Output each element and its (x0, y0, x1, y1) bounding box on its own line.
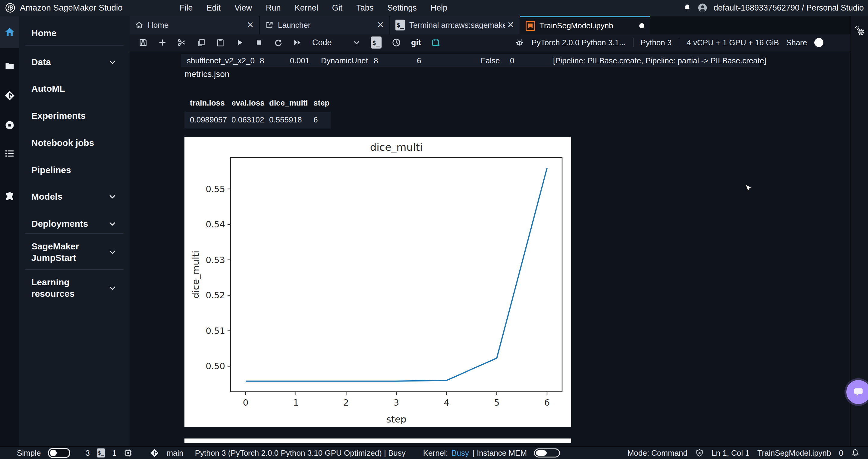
sidebar-item-deployments[interactable]: Deployments (19, 216, 130, 232)
svg-text:3: 3 (394, 398, 399, 408)
metric-line-chart: 01234560.500.510.520.530.540.55dice_mult… (184, 137, 571, 427)
restart-run-all-icon[interactable] (293, 38, 302, 47)
table-cell-dice-multi: 0.555918 (269, 115, 302, 124)
app-title: Amazon SageMaker Studio (20, 3, 123, 13)
sidebar-item-home[interactable]: Home (19, 25, 130, 41)
menu-kernel[interactable]: Kernel (295, 3, 318, 13)
menu-run[interactable]: Run (266, 3, 281, 13)
extensions-puzzle-icon[interactable] (4, 191, 15, 201)
add-cell-icon[interactable] (158, 38, 167, 47)
open-terminal-button[interactable]: $_ (371, 36, 381, 49)
sidebar-divider (25, 45, 124, 46)
table-of-contents-icon[interactable] (4, 148, 15, 159)
kernel-busy-indicator (814, 38, 824, 47)
table-cell-train-loss: 0.0989057 (190, 115, 227, 124)
instance-type-selector[interactable]: 4 vCPU + 1 GPU + 16 GiB (687, 38, 779, 47)
home-icon[interactable] (4, 27, 15, 37)
menu-file[interactable]: File (180, 3, 193, 13)
terminal-icon: $_ (396, 20, 405, 30)
running-instances-icon[interactable] (4, 120, 15, 130)
feedback-chat-button[interactable] (846, 380, 868, 404)
notification-count[interactable]: 0 (839, 449, 843, 458)
menu-git[interactable]: Git (332, 3, 343, 13)
share-button[interactable]: Share (786, 38, 807, 47)
menu-tabs[interactable]: Tabs (356, 3, 373, 13)
chevron-down-icon (108, 284, 116, 292)
settings-gears-icon[interactable] (855, 25, 865, 36)
sidebar-item-learning-resources[interactable]: Learning resources (19, 276, 130, 300)
bell-icon[interactable] (851, 449, 860, 458)
sidebar-item-models[interactable]: Models (19, 189, 130, 204)
menu-view[interactable]: View (235, 3, 252, 13)
menu-edit[interactable]: Edit (207, 3, 221, 13)
restart-kernel-icon[interactable] (274, 38, 283, 47)
tab-launcher[interactable]: Launcher ✕ (260, 16, 390, 34)
tab-home[interactable]: Home ✕ (130, 16, 259, 34)
git-toolbar-button[interactable]: git (411, 38, 421, 47)
tab-trainsegmodel-notebook[interactable]: TrainSegModel.ipynb (520, 16, 650, 34)
stop-kernel-icon[interactable] (254, 38, 264, 47)
cut-icon[interactable] (177, 38, 186, 47)
kernel-chip-icon[interactable] (124, 449, 133, 458)
svg-text:2: 2 (343, 398, 349, 408)
run-cell-icon[interactable] (235, 38, 244, 47)
terminal-count[interactable]: 3 (85, 449, 90, 458)
paste-icon[interactable] (216, 38, 225, 47)
sidebar-item-notebook-jobs[interactable]: Notebook jobs (19, 135, 130, 151)
kernel-status-value[interactable]: Busy (452, 449, 469, 458)
bell-icon[interactable] (683, 3, 691, 12)
tab-terminal[interactable]: $_ Terminal arn:aws:sagemaker:u ✕ (390, 16, 520, 34)
menu-settings[interactable]: Settings (387, 3, 417, 13)
table-header: step (313, 98, 330, 108)
user-avatar-icon[interactable] (698, 3, 708, 13)
status-bar: Simple 3 $_ 1 main Python 3 (PyTorch 2.0… (0, 446, 868, 459)
editor-mode-label[interactable]: Mode: Command (627, 449, 687, 458)
sidebar-item-experiments[interactable]: Experiments (19, 108, 130, 124)
kernel-name-selector[interactable]: Python 3 (641, 38, 672, 47)
folder-icon[interactable] (4, 61, 15, 71)
git-icon[interactable] (4, 90, 15, 101)
sidebar-item-data[interactable]: Data (19, 54, 130, 70)
cursor-position-label[interactable]: Ln 1, Col 1 (712, 449, 749, 458)
menu-help[interactable]: Help (431, 3, 447, 13)
save-icon[interactable] (138, 38, 148, 47)
home-icon (135, 21, 144, 29)
dataframe-output-row: shufflenet_v2_x2_0 8 0.001 DynamicUnet 8… (181, 54, 760, 67)
checkpoint-history-icon[interactable] (392, 38, 401, 47)
active-file-label[interactable]: TrainSegModel.ipynb (757, 449, 831, 458)
cell-type-dropdown[interactable]: Code (312, 38, 361, 47)
user-profile-label[interactable]: default-1689337562790 / Personal Studio (714, 3, 864, 13)
simple-mode-toggle[interactable] (48, 448, 70, 458)
copy-icon[interactable] (196, 38, 206, 47)
document-tab-bar: Home ✕ Launcher ✕ $_ Terminal arn:aws:sa… (130, 16, 850, 34)
unsaved-changes-indicator[interactable] (639, 23, 644, 28)
kernel-image-selector[interactable]: PyTorch 2.0.0 Python 3.1... (531, 38, 625, 47)
svg-text:0.52: 0.52 (206, 290, 225, 300)
simple-mode-label: Simple (17, 449, 41, 458)
left-icon-rail (0, 16, 19, 446)
git-branch-icon[interactable] (150, 449, 159, 458)
sidebar-item-pipelines[interactable]: Pipelines (19, 162, 130, 178)
svg-text:0.51: 0.51 (206, 326, 225, 336)
terminal-icon[interactable]: $_ (97, 449, 105, 458)
kernel-count[interactable]: 1 (112, 449, 116, 458)
kernel-description[interactable]: Python 3 (PyTorch 2.0.0 Python 3.10 GPU … (195, 449, 406, 458)
svg-text:1: 1 (293, 398, 299, 408)
create-notebook-job-icon[interactable] (431, 38, 440, 47)
next-figure-partial (184, 438, 571, 443)
tab-close-icon[interactable]: ✕ (507, 21, 514, 29)
mouse-cursor (743, 183, 753, 194)
trust-shield-icon[interactable] (695, 449, 704, 458)
debugger-bug-icon[interactable] (515, 38, 524, 47)
svg-text:dice_multi: dice_multi (190, 251, 201, 298)
sagemaker-studio-window: Amazon SageMaker Studio File Edit View R… (0, 0, 868, 459)
chevron-down-icon (352, 38, 361, 47)
git-branch-label[interactable]: main (166, 449, 183, 458)
sidebar-item-jumpstart[interactable]: SageMaker JumpStart (19, 240, 130, 264)
svg-text:dice_multi: dice_multi (370, 141, 423, 153)
chevron-down-icon (108, 248, 116, 256)
chevron-down-icon (108, 193, 116, 201)
tab-close-icon[interactable]: ✕ (377, 21, 384, 29)
sidebar-item-automl[interactable]: AutoML (19, 81, 130, 96)
tab-close-icon[interactable]: ✕ (247, 21, 254, 29)
